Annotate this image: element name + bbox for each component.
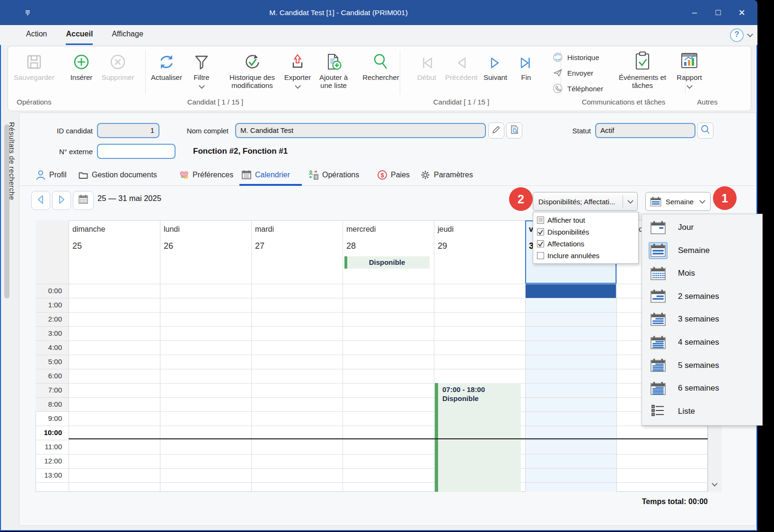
event-label: Disponible xyxy=(344,256,430,269)
tab-calendrier[interactable]: Calendrier xyxy=(241,165,290,185)
view-option-label: Jour xyxy=(678,223,694,232)
view-option-label: 4 semaines xyxy=(678,338,719,347)
cal-day-icon xyxy=(649,219,668,236)
cal-5weeks-icon xyxy=(649,357,668,374)
selected-time-slot[interactable] xyxy=(526,284,616,298)
hour-label: 11:00 xyxy=(35,443,62,451)
screenshot-stage: M. Candidat Test [1] - Candidat (PRIM001… xyxy=(0,0,774,532)
view-option-jour[interactable]: Jour xyxy=(642,216,762,239)
hour-label: 9:00 xyxy=(35,414,62,422)
cal-month-icon xyxy=(649,265,668,282)
grid-column-line xyxy=(160,220,160,492)
grid-column-line xyxy=(434,220,434,492)
view-dropdown-menu: Jour Semaine Mois 2 semaines 3 semaines … xyxy=(642,214,763,426)
timed-availability-event[interactable]: 07:00 - 18:00 Disponible xyxy=(435,383,521,492)
tab-parametres[interactable]: Paramètres xyxy=(420,165,473,185)
selected-day-column[interactable] xyxy=(525,284,616,492)
day-header-mercredi: mercredi xyxy=(346,225,376,234)
view-option-label: 3 semaines xyxy=(678,314,719,324)
grid-row-line xyxy=(35,383,708,384)
filter-option-affectations[interactable]: Affectations xyxy=(533,238,638,250)
day-date: 25 xyxy=(72,241,82,251)
hour-label: 6:00 xyxy=(35,372,62,380)
allday-availability-event[interactable]: Disponible xyxy=(344,256,430,269)
filter-option-inclure-annulees[interactable]: Inclure annulées xyxy=(533,250,638,262)
hour-label: 5:00 xyxy=(35,358,62,366)
current-time-line xyxy=(69,438,708,439)
grid-row-line xyxy=(35,397,708,398)
cal-6weeks-icon xyxy=(649,380,668,397)
profile-icon xyxy=(35,170,46,180)
cal-3weeks-icon xyxy=(649,311,668,328)
view-option-mois[interactable]: Mois xyxy=(642,262,762,285)
tab-paies[interactable]: $ Paies xyxy=(377,165,410,185)
day-date: 27 xyxy=(255,241,264,251)
checkbox-checked-icon[interactable] xyxy=(537,228,544,235)
tab-operations[interactable]: Opérations xyxy=(308,165,359,185)
hour-label: 4:00 xyxy=(35,343,62,351)
checkbox-indeterminate-icon[interactable] xyxy=(537,217,544,224)
tab-profil[interactable]: Profil xyxy=(35,165,66,185)
filter-option-label: Disponibilités xyxy=(547,228,589,236)
settings-icon xyxy=(420,170,431,180)
calendar-tab-icon xyxy=(241,170,252,180)
day-header-mardi: mardi xyxy=(255,225,274,234)
grid-row-line xyxy=(35,340,708,341)
view-option-5-semaines[interactable]: 5 semaines xyxy=(642,354,762,377)
event-time: 07:00 - 18:00 xyxy=(442,385,521,393)
tab-gestion-documents[interactable]: Gestion documents xyxy=(78,165,157,185)
checkbox-unchecked-icon[interactable] xyxy=(537,252,544,259)
day-header-jeudi: jeudi xyxy=(438,225,454,234)
view-option-label: 5 semaines xyxy=(678,361,719,370)
hour-label: 12:00 xyxy=(35,457,62,465)
view-option-label: Liste xyxy=(678,407,695,416)
grid-row-line xyxy=(35,326,708,327)
view-option-3-semaines[interactable]: 3 semaines xyxy=(642,308,762,331)
pay-icon: $ xyxy=(377,170,387,180)
filter-option-label: Afficher tout xyxy=(547,216,585,224)
list-view-icon xyxy=(649,403,668,420)
grid-row-line xyxy=(35,468,708,469)
view-option-semaine[interactable]: Semaine xyxy=(642,239,762,262)
svg-text:$: $ xyxy=(380,172,384,179)
grid-row-line xyxy=(35,411,708,412)
day-date: 28 xyxy=(346,241,356,251)
filter-option-label: Inclure annulées xyxy=(547,252,599,260)
grid-row-line xyxy=(35,284,708,284)
step-badge-1: 1 xyxy=(713,186,737,210)
grid-column-line xyxy=(343,220,343,492)
filter-dropdown-menu: Afficher tout Disponibilités Affectation… xyxy=(533,212,639,264)
filter-option-afficher-tout[interactable]: Afficher tout xyxy=(533,214,638,226)
view-option-label: 2 semaines xyxy=(678,292,719,301)
filter-option-label: Affectations xyxy=(547,240,584,248)
documents-icon xyxy=(78,170,88,180)
grid-column-line xyxy=(69,220,69,492)
grid-row-line xyxy=(35,369,708,369)
hour-label: 8:00 xyxy=(35,400,62,408)
scroll-down-icon[interactable] xyxy=(712,480,718,487)
cal-week-icon xyxy=(649,242,668,259)
filter-option-disponibilites[interactable]: Disponibilités xyxy=(533,226,638,238)
hour-label: 13:00 xyxy=(35,471,62,479)
total-time-label: Temps total: 00:00 xyxy=(566,497,708,506)
hour-label: 1:00 xyxy=(35,301,62,309)
grid-row-line xyxy=(35,355,708,355)
checkbox-checked-icon[interactable] xyxy=(537,240,544,247)
view-option-label: Mois xyxy=(678,269,695,278)
grid-row-line xyxy=(35,440,708,440)
hour-label: 2:00 xyxy=(35,315,62,323)
grid-column-line xyxy=(251,220,252,492)
cal-2weeks-icon xyxy=(649,288,668,305)
sidebar-search-results-tab[interactable]: Résultats de recherche xyxy=(8,122,16,304)
view-option-2-semaines[interactable]: 2 semaines xyxy=(642,285,762,308)
view-option-liste[interactable]: Liste xyxy=(642,400,762,423)
view-option-4-semaines[interactable]: 4 semaines xyxy=(642,331,762,354)
view-option-label: 6 semaines xyxy=(678,384,719,393)
event-label: Disponible xyxy=(442,394,521,402)
operations-icon xyxy=(308,170,319,180)
view-option-6-semaines[interactable]: 6 semaines xyxy=(642,377,762,400)
hour-label: 10:00 xyxy=(35,428,62,436)
preferences-icon xyxy=(179,170,189,180)
tab-preferences[interactable]: Préférences xyxy=(179,165,233,185)
grid-row-line xyxy=(35,312,708,313)
